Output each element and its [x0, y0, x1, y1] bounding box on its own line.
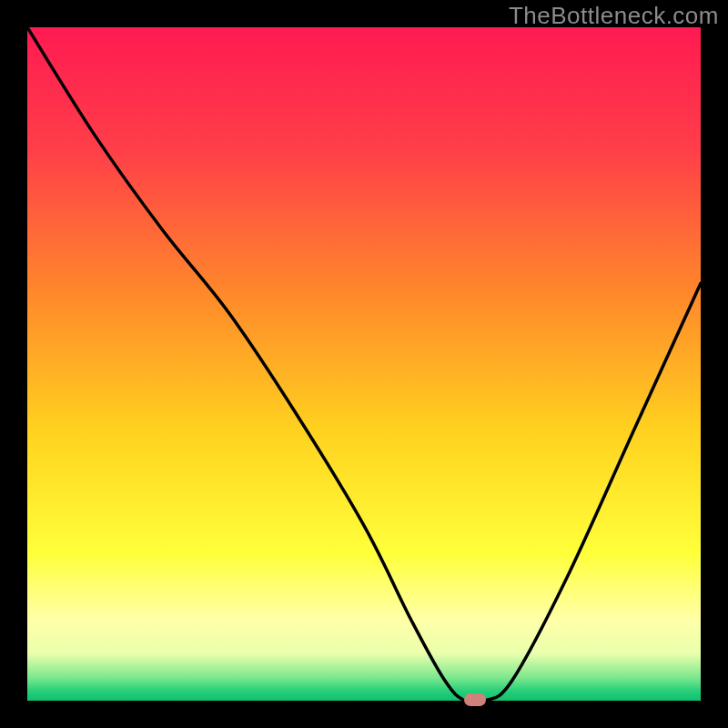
chart-plot-area	[27, 27, 701, 701]
chart-background-gradient	[27, 27, 701, 701]
watermark-label: TheBottleneck.com	[509, 2, 719, 30]
chart-marker-pill	[464, 693, 486, 706]
chart-svg	[27, 27, 701, 701]
chart-frame: TheBottleneck.com	[0, 0, 728, 728]
